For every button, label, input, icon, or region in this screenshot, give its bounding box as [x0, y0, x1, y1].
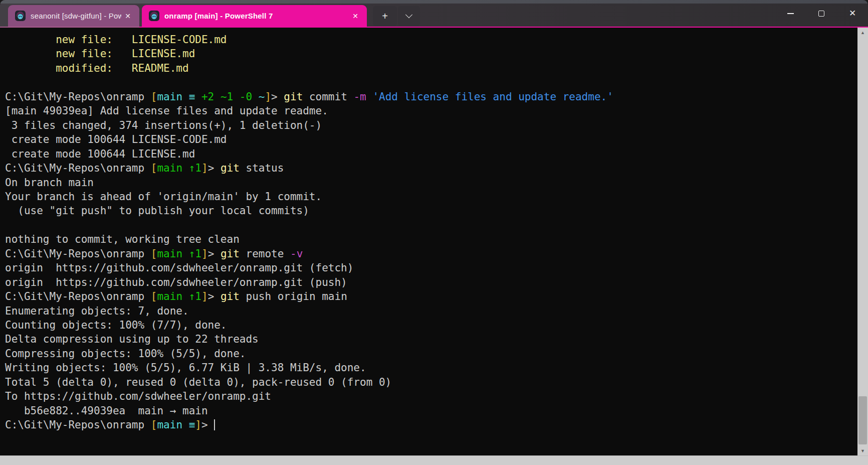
profile-avatar-icon: [15, 11, 26, 21]
terminal-text-segment: ]: [195, 419, 201, 431]
terminal-text-segment: To https://github.com/sdwheeler/onramp.g…: [5, 390, 271, 402]
terminal-text-segment: git: [284, 91, 303, 103]
terminal-text-segment: origin https://github.com/sdwheeler/onra…: [5, 276, 347, 288]
terminal-text-segment: git: [221, 290, 240, 302]
terminal-text-segment: [: [151, 248, 157, 260]
terminal-text-segment: main ≡: [157, 91, 195, 103]
terminal-line: To https://github.com/sdwheeler/onramp.g…: [5, 389, 857, 403]
terminal-text-segment: C:\Git\My-Repos\onramp: [5, 248, 151, 260]
terminal-text-segment: >: [271, 91, 284, 103]
tab-seanonit[interactable]: seanonit [sdw-gitfun] - PowerShell 7 ✕: [8, 5, 139, 27]
tab-dropdown-button[interactable]: [398, 6, 420, 26]
terminal-text-segment: Total 5 (delta 0), reused 0 (delta 0), p…: [5, 376, 391, 388]
terminal-text-segment: [: [151, 419, 157, 431]
terminal-text-segment: main ↑1: [157, 162, 201, 174]
terminal-text-segment: status: [240, 162, 284, 174]
terminal-line: b56e882..49039ea main → main: [5, 404, 857, 418]
terminal-text-segment: main ≡: [157, 419, 195, 431]
scroll-up-icon[interactable]: ▲: [857, 28, 868, 37]
terminal-text-segment: push origin main: [240, 290, 347, 302]
terminal-text-segment: >: [208, 162, 221, 174]
terminal-text-segment: Enumerating objects: 7, done.: [5, 305, 189, 317]
tab-title: seanonit [sdw-gitfun] - PowerShell 7: [31, 12, 121, 20]
terminal-text-segment: +2 ~1 -0: [195, 91, 252, 103]
minimize-icon: [787, 13, 794, 14]
terminal-text-segment: Counting objects: 100% (7/7), done.: [5, 319, 227, 331]
terminal-text-segment: new file: LICENSE-CODE.md: [5, 34, 227, 46]
terminal-text-segment: [: [151, 162, 157, 174]
maximize-icon: [818, 11, 824, 17]
maximize-button[interactable]: [806, 0, 837, 27]
terminal-window: seanonit [sdw-gitfun] - PowerShell 7 ✕ o…: [0, 0, 868, 465]
terminal-text-segment: create mode 100644 LICENSE.md: [5, 148, 195, 160]
terminal-text-segment: remote: [240, 248, 290, 260]
terminal-line: Total 5 (delta 0), reused 0 (delta 0), p…: [5, 375, 857, 389]
terminal-text-segment: ]: [201, 290, 208, 302]
close-tab-icon[interactable]: ✕: [349, 10, 362, 23]
minimize-button[interactable]: [775, 0, 806, 27]
terminal-line: modified: README.md: [5, 61, 857, 75]
terminal-text-segment: ]: [265, 91, 271, 103]
new-tab-button[interactable]: +: [373, 6, 397, 26]
terminal-line: new file: LICENSE-CODE.md: [5, 33, 857, 47]
terminal-text-segment: Delta compression using up to 22 threads: [5, 333, 259, 345]
tab-onramp[interactable]: onramp [main] - PowerShell 7 ✕: [142, 5, 367, 27]
terminal-text-segment: main ↑1: [157, 290, 201, 302]
title-bar: seanonit [sdw-gitfun] - PowerShell 7 ✕ o…: [0, 0, 868, 27]
terminal-text-segment: 'Add license files and update readme.': [366, 91, 613, 103]
terminal-text-segment: (use "git push" to publish your local co…: [5, 205, 309, 217]
terminal-text-segment: C:\Git\My-Repos\onramp: [5, 419, 151, 431]
terminal-line: C:\Git\My-Repos\onramp [main ≡]>: [5, 418, 857, 432]
chevron-down-icon: [405, 11, 412, 18]
terminal-text-segment: Compressing objects: 100% (5/5), done.: [5, 348, 246, 360]
close-tab-icon[interactable]: ✕: [121, 10, 134, 23]
terminal-text-segment: 3 files changed, 374 insertions(+), 1 de…: [5, 119, 322, 131]
terminal-text-segment: modified: README.md: [5, 62, 189, 74]
terminal-text-segment: b56e882..49039ea main → main: [5, 405, 208, 417]
terminal-text-segment: ~: [252, 91, 265, 103]
close-window-button[interactable]: ✕: [837, 0, 868, 27]
terminal-text-segment: main ↑1: [157, 248, 201, 260]
terminal-line: [5, 218, 857, 232]
terminal-line: Counting objects: 100% (7/7), done.: [5, 318, 857, 332]
terminal-text-segment: [: [151, 290, 157, 302]
terminal-text-segment: new file: LICENSE.md: [5, 48, 195, 60]
terminal-text-segment: git: [221, 248, 240, 260]
terminal-text-segment: C:\Git\My-Repos\onramp: [5, 290, 151, 302]
terminal-line: create mode 100644 LICENSE.md: [5, 147, 857, 161]
terminal-line: C:\Git\My-Repos\onramp [main ↑1]> git st…: [5, 161, 857, 175]
terminal-line: Delta compression using up to 22 threads: [5, 332, 857, 346]
terminal-text-segment: -v: [290, 248, 303, 260]
window-controls: ✕: [775, 0, 868, 27]
terminal-line: C:\Git\My-Repos\onramp [main ↑1]> git re…: [5, 247, 857, 261]
terminal-line: [main 49039ea] Add license files and upd…: [5, 104, 857, 118]
terminal-text-segment: >: [208, 248, 221, 260]
terminal-line: Writing objects: 100% (5/5), 6.77 KiB | …: [5, 361, 857, 375]
terminal-text-segment: ]: [201, 162, 208, 174]
vertical-scrollbar[interactable]: ▲ ▼: [857, 28, 868, 455]
terminal-line: origin https://github.com/sdwheeler/onra…: [5, 275, 857, 289]
profile-avatar-icon: [149, 11, 159, 21]
terminal-text-segment: Writing objects: 100% (5/5), 6.77 KiB | …: [5, 362, 366, 374]
tab-title: onramp [main] - PowerShell 7: [164, 12, 349, 20]
terminal-text-segment: ]: [201, 248, 208, 260]
terminal-line: Compressing objects: 100% (5/5), done.: [5, 347, 857, 361]
terminal-text-segment: create mode 100644 LICENSE-CODE.md: [5, 133, 227, 145]
terminal-text-segment: >: [208, 290, 221, 302]
terminal-text-segment: commit: [303, 91, 353, 103]
terminal-line: Enumerating objects: 7, done.: [5, 304, 857, 318]
terminal-line: On branch main: [5, 176, 857, 190]
terminal-text-segment: origin https://github.com/sdwheeler/onra…: [5, 262, 353, 274]
terminal-text-segment: [main 49039ea] Add license files and upd…: [5, 105, 328, 117]
text-cursor: [214, 419, 215, 430]
terminal-text-segment: On branch main: [5, 177, 94, 189]
terminal-output[interactable]: new file: LICENSE-CODE.md new file: LICE…: [0, 28, 857, 455]
horizontal-scrollbar[interactable]: [0, 455, 868, 465]
terminal-line: new file: LICENSE.md: [5, 47, 857, 61]
terminal-line: C:\Git\My-Repos\onramp [main ≡ +2 ~1 -0 …: [5, 90, 857, 104]
terminal-line: C:\Git\My-Repos\onramp [main ↑1]> git pu…: [5, 289, 857, 303]
terminal-line: [5, 75, 857, 89]
scrollbar-thumb[interactable]: [858, 396, 867, 444]
terminal-line: 3 files changed, 374 insertions(+), 1 de…: [5, 118, 857, 132]
scroll-down-icon[interactable]: ▼: [857, 446, 868, 455]
